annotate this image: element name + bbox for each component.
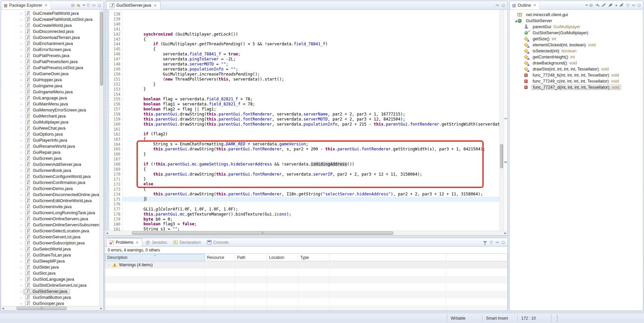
expand-arrow-icon[interactable]: ▷	[20, 18, 24, 21]
code-line[interactable]: serverdata.pingToServer = -2L;	[122, 57, 499, 62]
outline-item[interactable]: cGuiSlotServer(GuiMultiplayer)	[509, 30, 643, 36]
tree-item[interactable]: ▷JGuiSlotLanguage.java	[1, 276, 99, 282]
expand-arrow-icon[interactable]: ▷	[20, 109, 24, 112]
collapse-all-icon[interactable]: ⊟	[71, 3, 74, 7]
expand-arrow-icon[interactable]: ▷	[20, 212, 24, 215]
expand-arrow-icon[interactable]: ▷	[20, 254, 24, 257]
outline-item[interactable]: FparentGui : GuiMultiplayer	[509, 24, 643, 30]
outline-item[interactable]: func_77249_c(int, int, int, int, Tessell…	[509, 78, 643, 84]
hide-fields-icon[interactable]: ◦	[602, 3, 606, 7]
maximize-icon[interactable]: ◻	[98, 3, 101, 7]
code-line[interactable]: GuiMultiplayer.increaseThreadsPending();	[122, 72, 499, 77]
expand-arrow-icon[interactable]: ▷	[20, 175, 24, 178]
expand-arrow-icon[interactable]: ▷	[20, 145, 24, 148]
code-line[interactable]: if (!this.parentGui.mc.gameSettings.hide…	[122, 162, 499, 167]
expand-arrow-icon[interactable]: ▷	[20, 151, 24, 154]
code-line[interactable]	[122, 202, 499, 207]
expand-arrow-icon[interactable]: ▷	[20, 127, 24, 130]
tree-item[interactable]: ▷JGuiScreenLongRunningTask.java	[1, 210, 99, 216]
code-line[interactable]: this.parentGui.drawString(this.parentGui…	[122, 147, 499, 152]
hide-local-types-icon[interactable]: L	[620, 3, 624, 7]
close-icon[interactable]: ✕	[135, 241, 139, 244]
tab-console[interactable]: Console	[204, 238, 231, 246]
outline-item[interactable]: ◢GuiSlotServer	[509, 18, 643, 24]
outline-item[interactable]: func_77247_d(int, int, int, int, Tessell…	[509, 84, 643, 90]
dropdown-menu-icon[interactable]: ▽	[490, 240, 493, 244]
code-line[interactable]: this.parentGui.drawString(this.parentGui…	[122, 122, 499, 127]
tree-item[interactable]: ▷JGuiEnchantment.java	[1, 41, 99, 47]
overview-ruler[interactable]	[503, 10, 507, 231]
column-header-Description[interactable]: ▲Description	[105, 254, 205, 261]
hide-static-members-icon[interactable]: S	[608, 3, 613, 7]
minimize-icon[interactable]: ▭	[92, 3, 95, 7]
column-header-Path[interactable]: Path	[235, 254, 267, 261]
outline-item[interactable]: elementClicked(int, boolean) : void	[509, 42, 643, 48]
expand-arrow-icon[interactable]: ▷	[20, 193, 24, 196]
close-icon[interactable]: ✕	[153, 4, 157, 7]
tree-item[interactable]: ▷JGuiRenameWorld.java	[1, 143, 99, 149]
dropdown-menu-icon[interactable]: ▽	[626, 3, 629, 7]
expand-arrow-icon[interactable]: ▷	[20, 169, 24, 172]
expand-arrow-icon[interactable]: ▷	[108, 264, 112, 267]
collapse-arrow-icon[interactable]: ◢	[514, 19, 518, 22]
tree-item[interactable]: ▷JGuiOptions.java	[1, 131, 99, 137]
expand-arrow-icon[interactable]: ▷	[20, 157, 24, 160]
column-header-Type[interactable]: Type	[298, 254, 330, 261]
tree-item[interactable]: ▷JGuiShareToLan.java	[1, 252, 99, 258]
outline-item[interactable]: getContentHeight() : int	[509, 54, 643, 60]
code-line[interactable]: boolean flag = serverdata.field_82821_f …	[122, 97, 499, 102]
code-line[interactable]: this.parentGui.mc.getTextureManager().bi…	[122, 212, 499, 217]
code-line[interactable]: if (flag2)	[122, 132, 499, 137]
expand-arrow-icon[interactable]: ▷	[20, 24, 24, 27]
tree-item[interactable]: ▷JGuiSlider.java	[1, 264, 99, 270]
code-line[interactable]: }	[122, 177, 499, 182]
expand-arrow-icon[interactable]: ▷	[20, 278, 24, 281]
tree-item[interactable]: ▷JGuiCreateWorld.java	[1, 22, 99, 29]
expand-arrow-icon[interactable]: ▷	[20, 103, 24, 106]
code-line[interactable]: if (GuiMultiplayer.getThreadsPending() <…	[122, 42, 499, 47]
maximize-icon[interactable]: ◻	[502, 3, 505, 7]
tree-item[interactable]: ▷JGuiMultiplayer.java	[1, 119, 99, 125]
code-line[interactable]: this.parentGui.drawString(this.parentGui…	[122, 117, 499, 122]
tree-item[interactable]: ▷JGuiFlatPresetsListSlot.java	[1, 65, 99, 71]
expand-arrow-icon[interactable]: ▷	[20, 224, 24, 227]
tree-item[interactable]: ▷JGuiScreenDisconnectedOnline.java	[1, 192, 99, 198]
code-line[interactable]: {	[122, 137, 499, 142]
table-row[interactable]: ▷Warnings (4 items)	[105, 261, 507, 269]
collapse-all-icon[interactable]: ⊟	[589, 3, 593, 7]
expand-arrow-icon[interactable]: ▷	[20, 302, 24, 305]
expand-arrow-icon[interactable]: ▷	[20, 236, 24, 239]
code-line[interactable]: this.parentGui.drawString(this.parentGui…	[122, 172, 499, 177]
tree-item[interactable]: ▷JGuiSlotServer.java	[1, 288, 99, 294]
maximize-icon[interactable]: ◻	[638, 3, 641, 7]
code-line[interactable]	[122, 127, 499, 132]
tree-item[interactable]: ▷JGuiNewChat.java	[1, 125, 99, 131]
expand-arrow-icon[interactable]: ▷	[20, 36, 24, 39]
column-header-Location[interactable]: Location	[267, 254, 298, 261]
tree-item[interactable]: ▷JGuiCreateFlatWorld.java	[1, 10, 99, 16]
tree-item[interactable]: ▷JGuiGameOver.java	[1, 71, 99, 77]
statusbar-drag-handle[interactable]	[557, 315, 558, 321]
outline-item[interactable]: getSize() : int	[509, 36, 643, 42]
code-line[interactable]: }	[122, 152, 499, 157]
expand-arrow-icon[interactable]: ▷	[20, 163, 24, 166]
tree-item[interactable]: ▷JGuiMerchant.java	[1, 113, 99, 119]
expand-arrow-icon[interactable]: ▷	[20, 230, 24, 233]
tree-item[interactable]: ▷JGuiPlayerInfo.java	[1, 137, 99, 143]
outline-item[interactable]: drawSlot(int, int, int, int, Tessellator…	[509, 66, 643, 72]
minimize-icon[interactable]: ▭	[495, 240, 499, 244]
expand-arrow-icon[interactable]: ▷	[20, 248, 24, 251]
tree-item[interactable]: ▷JGuiMainMenu.java	[1, 101, 99, 107]
editor-tab-guislotserver[interactable]: J GuiSlotServer.java ✕	[106, 1, 161, 9]
expand-arrow-icon[interactable]: ▷	[20, 97, 24, 100]
code-line[interactable]: this.parentGui.drawString(this.parentGui…	[122, 112, 499, 117]
code-line[interactable]: }	[122, 82, 499, 87]
code-line[interactable]: boolean flag1 = serverdata.field_82821_f…	[122, 102, 499, 107]
code-line[interactable]: serverdata.populationInfo = "";	[122, 67, 499, 72]
annotation-ruler[interactable]	[105, 10, 109, 231]
filter-icon[interactable]	[483, 241, 487, 243]
column-header-Resource[interactable]: Resource	[205, 254, 235, 261]
tree-item[interactable]: ▷JGuiMemoryErrorScreen.java	[1, 107, 99, 113]
expand-arrow-icon[interactable]: ▷	[20, 218, 24, 221]
expand-arrow-icon[interactable]: ▷	[20, 48, 24, 51]
